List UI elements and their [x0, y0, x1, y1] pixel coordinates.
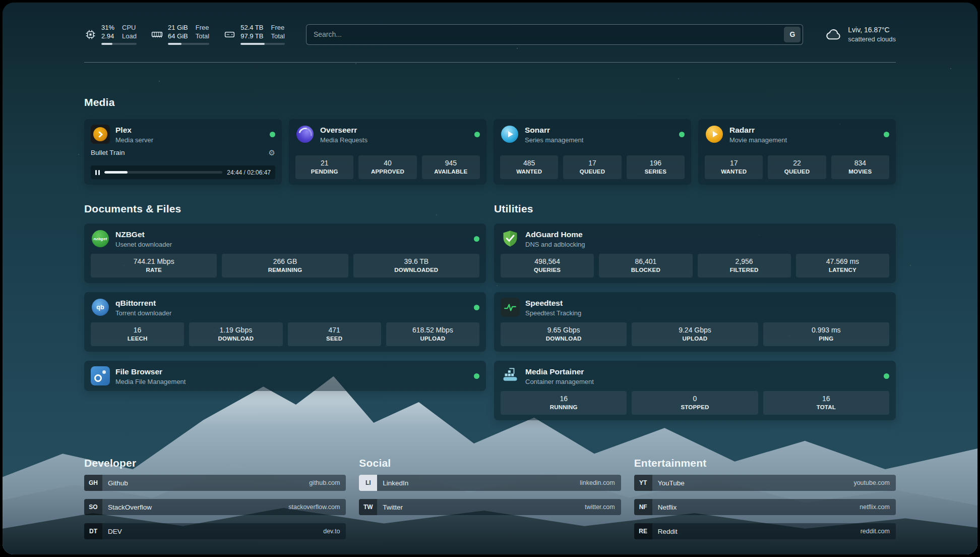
- stat-value: 9.65 Gbps: [503, 325, 625, 335]
- search-engine-button[interactable]: G: [784, 27, 801, 42]
- stats-row: 16 RUNNING 0 STOPPED 16 TOTAL: [501, 391, 889, 415]
- stat-label: RUNNING: [503, 404, 625, 411]
- stat-queued: 17 QUEUED: [563, 155, 621, 179]
- section-heading-developer: Developer: [84, 456, 346, 471]
- stat-download: 9.65 Gbps DOWNLOAD: [501, 322, 627, 346]
- bookmark-youtube[interactable]: YT YouTube youtube.com: [634, 475, 896, 491]
- bookmark-name: Github: [108, 479, 128, 487]
- playback-progress-fill: [104, 171, 128, 174]
- stat-queued: 22 QUEUED: [768, 155, 826, 179]
- app-name: Overseerr: [320, 125, 368, 135]
- app-card-nzbget[interactable]: nzbget NZBGet Usenet downloader 744.21 M…: [84, 224, 486, 283]
- section-heading-documents: Documents & Files: [84, 201, 486, 216]
- bookmark-url: reddit.com: [861, 528, 890, 535]
- bookmark-twitter[interactable]: TW Twitter twitter.com: [359, 499, 621, 515]
- bookmarks-entertainment: Entertainment YT YouTube youtube.com NF …: [634, 456, 896, 547]
- bookmark-dev[interactable]: DT DEV dev.to: [84, 523, 346, 539]
- app-card-adguard[interactable]: AdGuard Home DNS and adblocking 498,564 …: [494, 224, 896, 283]
- stat-seed: 471 SEED: [288, 322, 381, 346]
- stat-value: 47.569 ms: [798, 257, 887, 266]
- stat-blocked: 86,401 BLOCKED: [599, 254, 692, 277]
- stat-ping: 0.993 ms PING: [763, 322, 889, 346]
- app-card-sonarr[interactable]: Sonarr Series management 485 WANTED 17 Q…: [494, 119, 691, 185]
- status-dot-online: [270, 132, 275, 137]
- stat-value: 16: [93, 325, 182, 335]
- stat-value: 22: [770, 158, 824, 168]
- section-heading-utilities: Utilities: [494, 201, 896, 216]
- stats-row: 744.21 Mbps RATE 266 GB REMAINING 39.6 T…: [91, 254, 479, 277]
- stat-label: WANTED: [502, 168, 556, 176]
- stat-series: 196 SERIES: [627, 155, 685, 179]
- bookmark-name: StackOverflow: [108, 504, 152, 511]
- stat-wanted: 485 WANTED: [500, 155, 558, 179]
- stat-label: QUEUED: [770, 168, 824, 176]
- dev-tile-icon: DT: [84, 523, 102, 539]
- stat-stopped: 0 STOPPED: [632, 391, 758, 415]
- bookmark-reddit[interactable]: RE Reddit reddit.com: [634, 523, 896, 539]
- netflix-tile-icon: NF: [634, 499, 652, 515]
- ram-icon: [151, 28, 163, 41]
- stat-label: UPLOAD: [388, 335, 477, 343]
- now-playing-title: Bullet Train: [91, 149, 125, 156]
- stat-movies: 834 MOVIES: [831, 155, 889, 179]
- disk-progress-bar: [240, 43, 285, 45]
- stat-value: 21: [297, 158, 351, 168]
- search-input[interactable]: [306, 24, 803, 45]
- section-heading-entertainment: Entertainment: [634, 456, 896, 471]
- playback-progress[interactable]: [104, 171, 222, 174]
- bookmark-url: stackoverflow.com: [288, 504, 340, 511]
- bookmark-stackoverflow[interactable]: SO StackOverflow stackoverflow.com: [84, 499, 346, 515]
- app-card-filebrowser[interactable]: File Browser Media File Management: [84, 361, 486, 391]
- bookmark-linkedin[interactable]: LI LinkedIn linkedin.com: [359, 475, 621, 491]
- app-name: File Browser: [115, 367, 186, 376]
- cpu-progress-fill: [101, 43, 112, 45]
- app-card-qbittorrent[interactable]: qb qBittorrent Torrent downloader 16 LEE…: [84, 292, 486, 352]
- stats-row: 9.65 Gbps DOWNLOAD 9.24 Gbps UPLOAD 0.99…: [501, 322, 889, 346]
- app-card-plex[interactable]: Plex Media server Bullet Train ⚙: [84, 119, 282, 185]
- bookmark-netflix[interactable]: NF Netflix netflix.com: [634, 499, 896, 515]
- weather-location: Lviv, 16.87°C: [848, 26, 896, 34]
- topbar: 31% 2.94 CPU Load: [84, 21, 896, 48]
- stat-leech: 16 LEECH: [91, 322, 184, 346]
- app-name: Sonarr: [525, 125, 583, 135]
- gear-icon[interactable]: ⚙: [269, 149, 275, 156]
- stat-value: 945: [424, 158, 478, 168]
- app-card-speedtest[interactable]: Speedtest Speedtest Tracking 9.65 Gbps D…: [494, 292, 896, 352]
- app-description: Series management: [525, 136, 583, 144]
- status-dot-online: [474, 236, 479, 242]
- bookmark-name: Twitter: [383, 504, 403, 511]
- stat-label: BLOCKED: [601, 266, 690, 274]
- stackoverflow-tile-icon: SO: [84, 499, 102, 515]
- stat-approved: 40 APPROVED: [358, 155, 416, 179]
- app-card-overseerr[interactable]: Overseerr Media Requests 21 PENDING 40 A…: [289, 119, 486, 185]
- weather-widget[interactable]: Lviv, 16.87°C scattered clouds: [825, 26, 896, 43]
- stat-value: 0: [634, 394, 756, 404]
- app-description: Movie management: [729, 136, 787, 144]
- nzbget-icon-text: nzbget: [94, 237, 107, 241]
- stat-label: AVAILABLE: [424, 168, 478, 176]
- app-description: Media File Management: [115, 378, 186, 385]
- section-heading-social: Social: [359, 456, 621, 471]
- stat-value: 86,401: [601, 257, 690, 266]
- stat-label: DOWNLOAD: [503, 335, 625, 343]
- sonarr-icon: [500, 125, 519, 144]
- stat-value: 498,564: [503, 257, 592, 266]
- app-card-portainer[interactable]: Media Portainer Container management 16 …: [494, 361, 896, 420]
- twitter-tile-icon: TW: [359, 499, 377, 515]
- app-name: Radarr: [729, 125, 787, 135]
- bookmark-github[interactable]: GH Github github.com: [84, 475, 346, 491]
- disk-progress-fill: [240, 43, 264, 45]
- now-playing-row: Bullet Train ⚙: [91, 149, 275, 156]
- stat-total: 16 TOTAL: [763, 391, 889, 415]
- pause-button[interactable]: [95, 170, 100, 175]
- stat-label: LATENCY: [798, 266, 887, 274]
- app-card-radarr[interactable]: Radarr Movie management 17 WANTED 22 QUE…: [698, 119, 896, 185]
- status-dot-online: [884, 132, 889, 137]
- stats-row: 17 WANTED 22 QUEUED 834 MOVIES: [705, 155, 889, 179]
- stat-value: 9.24 Gbps: [634, 325, 756, 335]
- stat-label: FILTERED: [700, 266, 789, 274]
- playback-time: 24:44 / 02:06:47: [227, 169, 271, 176]
- stat-pending: 21 PENDING: [295, 155, 353, 179]
- stat-label: DOWNLOADED: [355, 266, 477, 274]
- media-section: Media Plex Media server: [84, 95, 896, 185]
